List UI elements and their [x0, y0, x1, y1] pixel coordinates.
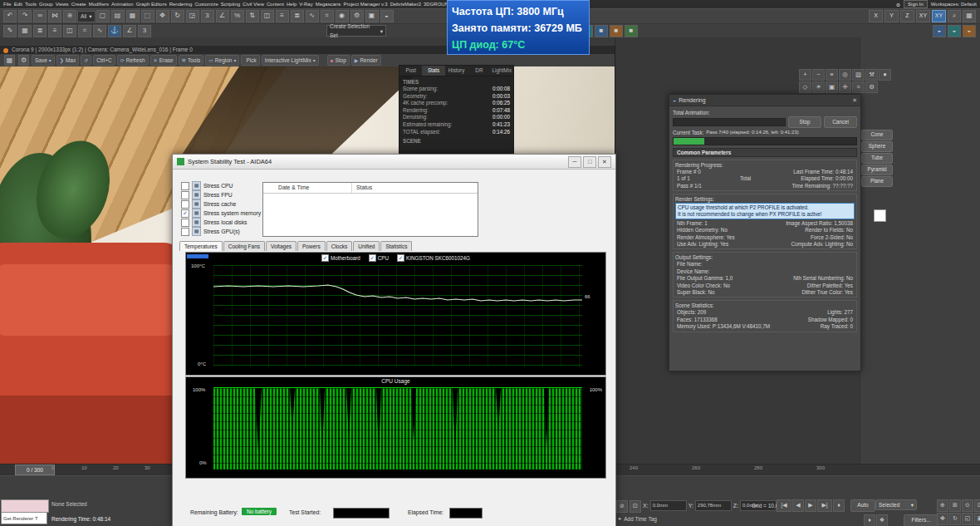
select-link-icon[interactable]: ∞ — [33, 10, 47, 22]
vfb-save-button[interactable]: Save▾ — [32, 55, 55, 66]
tab-lightmix[interactable]: LightMix — [491, 66, 513, 76]
tab-statistics[interactable]: Statistics — [380, 241, 412, 251]
stop-button[interactable]: Stop — [788, 116, 821, 128]
layer-manager-icon[interactable]: ≣ — [291, 10, 304, 22]
mirror2-icon[interactable]: ◫ — [63, 25, 76, 37]
geosphere-button[interactable]: Sphere — [861, 141, 893, 152]
lights-category-icon[interactable]: ☀ — [812, 81, 825, 93]
bind-spacewarp-icon[interactable]: ≋ — [63, 10, 76, 22]
menu-civil-view[interactable]: Civil View — [243, 2, 264, 7]
vfb-lightmix-dropdown[interactable]: Interactive LightMix▾ — [262, 55, 319, 66]
tab-voltages[interactable]: Voltages — [266, 241, 296, 251]
redo-icon[interactable]: ↷ — [18, 10, 32, 22]
common-parameters-rollout[interactable]: Common Parameters — [673, 148, 857, 157]
display-tab-icon[interactable]: ▥ — [852, 69, 865, 81]
menu-tools[interactable]: Tools — [25, 2, 37, 7]
vfb-stop-button[interactable]: ■Stop — [327, 55, 350, 66]
axis-z-button[interactable]: Z — [900, 10, 914, 22]
vfb-region-button[interactable]: ▭Region▾ — [205, 55, 239, 66]
key-mode-icon[interactable]: ♦ — [833, 499, 845, 512]
x-coordinate-field[interactable]: 0,0mm — [650, 500, 687, 511]
stress-cache-checkbox[interactable]: ▦Stress cache — [181, 199, 236, 209]
modify-tab-icon[interactable]: ~ — [812, 69, 825, 81]
anchor-icon[interactable]: ⚓ — [108, 25, 121, 37]
schematic2-icon[interactable]: ⌗ — [78, 25, 91, 37]
plugin-cube-7-icon[interactable]: ■ — [610, 25, 623, 37]
play-animation-icon[interactable]: ▶ — [805, 499, 816, 512]
zoom-all-icon[interactable]: ⊞ — [949, 499, 961, 512]
snap2-icon[interactable]: 3 — [138, 25, 151, 37]
render-production-icon[interactable]: ◒ — [380, 10, 394, 22]
tab-history[interactable]: History — [445, 66, 468, 76]
undo-icon[interactable]: ↶ — [3, 10, 17, 22]
set-key-icon[interactable]: ♦ — [864, 514, 875, 526]
snap-toggle-icon[interactable]: 3 — [201, 10, 214, 22]
object-color-swatch[interactable] — [874, 209, 886, 222]
vfb-pick-button[interactable]: Pick — [241, 55, 259, 66]
create-tab-icon[interactable]: + — [799, 69, 811, 81]
maxscript-mini-listener[interactable] — [1, 499, 49, 513]
render-teapot-3-icon[interactable]: ◒ — [963, 25, 976, 37]
tab-stats[interactable]: Stats — [422, 66, 444, 76]
axis-plane-button[interactable]: XY — [932, 10, 946, 22]
menu-content[interactable]: Content — [267, 2, 284, 7]
vfb-refresh-button[interactable]: ⟳Refresh — [117, 55, 149, 66]
fov-icon[interactable]: ▣ — [974, 513, 980, 525]
tab-cooling-fans[interactable]: Cooling Fans — [223, 241, 265, 251]
zoom-region-icon[interactable]: ⊡ — [974, 499, 980, 512]
material-editor-icon[interactable]: ◉ — [336, 10, 349, 22]
cone-button[interactable]: Cone — [861, 130, 893, 140]
menu-project-manager[interactable]: Project Manager v.3 — [343, 2, 387, 7]
menu-rendering[interactable]: Rendering — [169, 2, 193, 7]
vfb-erase-button[interactable]: ✕Erase — [150, 55, 177, 66]
rendered-frame-icon[interactable]: ▣ — [365, 10, 379, 22]
minimize-icon[interactable]: ─ — [568, 156, 581, 168]
vfb-tools-button[interactable]: ⚒Tools — [179, 55, 204, 66]
tab-clocks[interactable]: Clocks — [326, 241, 353, 251]
test-log-table[interactable]: Date & Time Status — [262, 182, 478, 237]
pyramid-button[interactable]: Pyramid — [861, 165, 893, 175]
stress-local-disks-checkbox[interactable]: ▦Stress local disks — [181, 218, 247, 227]
spacewarps-category-icon[interactable]: ≈ — [852, 81, 865, 93]
spinner-snap-icon[interactable]: ⇅ — [246, 10, 259, 22]
tab-unified[interactable]: Unified — [353, 241, 380, 251]
menu-help[interactable]: Help — [287, 2, 296, 7]
menu-debrismaker[interactable]: DebrisMaker2 — [390, 2, 421, 7]
vfb-max-button[interactable]: ❯Max — [56, 55, 79, 66]
settings-gear-icon[interactable]: ⚙ — [896, 2, 900, 7]
maxscript-listener-line[interactable]: Get Renderer T — [1, 512, 47, 524]
tab-powers[interactable]: Powers — [297, 241, 326, 251]
align-icon[interactable]: ≡ — [276, 10, 289, 22]
helpers-category-icon[interactable]: ✛ — [839, 81, 851, 93]
tab-temperatures[interactable]: Temperatures — [179, 241, 223, 251]
vfb-settings-icon[interactable]: ⚙ — [18, 55, 29, 66]
selected-set-dropdown[interactable]: Selected▾ — [875, 499, 917, 510]
menu-group[interactable]: Group — [39, 2, 53, 7]
plane-button[interactable]: Plane — [861, 176, 893, 187]
stress-gpus-checkbox[interactable]: ▦Stress GPU(s) — [181, 227, 240, 236]
tab-post[interactable]: Post — [399, 66, 422, 76]
scale-icon[interactable]: ◲ — [186, 10, 199, 22]
rect-region-icon[interactable]: ▦ — [126, 10, 140, 22]
tab-dr[interactable]: DR — [468, 66, 490, 76]
plugin-cube-6-icon[interactable]: ■ — [595, 25, 608, 37]
stress-fpu-checkbox[interactable]: ▦Stress FPU — [181, 190, 233, 199]
column-date-time[interactable]: Date & Time — [263, 183, 352, 193]
layers2-icon[interactable]: ≣ — [33, 25, 47, 37]
select-by-name-icon[interactable]: ▤ — [111, 10, 125, 22]
key-filters-icon[interactable]: ❖ — [876, 514, 888, 526]
sign-in-button[interactable]: Sign In — [904, 0, 928, 8]
cameras-category-icon[interactable]: ▣ — [826, 81, 838, 93]
grid-icon[interactable]: ▦ — [18, 25, 32, 37]
schematic-view-icon[interactable]: ⌗ — [321, 10, 334, 22]
render-teapot-2-icon[interactable]: ◒ — [948, 25, 961, 37]
render-setup-icon[interactable]: ⚙ — [350, 10, 364, 22]
tube-button[interactable]: Tube — [861, 153, 893, 164]
stress-cpu-checkbox[interactable]: ▦Stress CPU — [181, 181, 233, 190]
menu-vray[interactable]: V-Ray — [299, 2, 312, 7]
crossing-icon[interactable]: ⬚ — [141, 10, 154, 22]
menu-animation[interactable]: Animation — [111, 2, 134, 7]
axis-x-button[interactable]: X — [869, 10, 883, 22]
menu-scripting[interactable]: Scripting — [221, 2, 240, 7]
motion-tab-icon[interactable]: ◎ — [839, 69, 851, 81]
